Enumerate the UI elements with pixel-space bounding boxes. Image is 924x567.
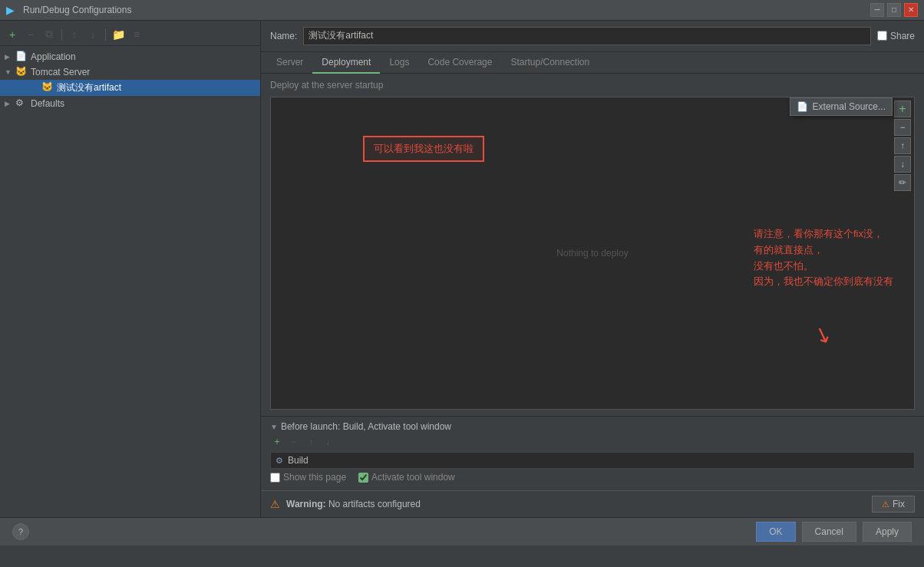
share-row: Share xyxy=(877,31,915,41)
copy-config-button[interactable]: ⧉ xyxy=(41,27,57,42)
name-label: Name: xyxy=(270,31,297,41)
deploy-move-down-button[interactable]: ↓ xyxy=(894,156,911,173)
window-controls: ─ □ ✕ xyxy=(870,3,918,17)
external-source-label: External Source... xyxy=(813,101,886,112)
help-button[interactable]: ? xyxy=(12,523,29,540)
window-icon: ▶ xyxy=(6,4,18,16)
folder-button[interactable]: 📁 xyxy=(111,27,126,42)
build-item: ⚙ Build xyxy=(270,452,915,469)
external-source-popup[interactable]: 📄 External Source... xyxy=(790,97,893,116)
external-source-icon: 📄 xyxy=(797,101,808,112)
sidebar-item-label: 测试没有artifact xyxy=(57,81,121,94)
deployment-area: Deploy at the server startup + − ↑ ↓ ✏ 📄… xyxy=(261,74,924,517)
move-down-button[interactable]: ↓ xyxy=(85,27,101,42)
sort-button[interactable]: ≡ xyxy=(129,27,144,42)
expand-arrow: ▶ xyxy=(5,53,15,61)
application-icon: 📄 xyxy=(15,51,28,63)
deploy-toolbar: + − ↑ ↓ ✏ xyxy=(894,101,911,191)
deploy-move-up-button[interactable]: ↑ xyxy=(894,137,911,154)
name-row: Name: Share xyxy=(261,21,924,52)
activate-window-checkbox-item[interactable]: Activate tool window xyxy=(358,472,455,483)
collapse-arrow-icon: ▼ xyxy=(270,423,278,431)
deploy-label: Deploy at the server startup xyxy=(261,74,924,97)
show-page-label: Show this page xyxy=(283,472,346,483)
maximize-button[interactable]: □ xyxy=(887,3,901,17)
ok-button[interactable]: OK xyxy=(756,522,795,542)
build-icon: ⚙ xyxy=(276,456,283,466)
warning-icon: ⚠ xyxy=(270,498,280,510)
fix-label: Fix xyxy=(893,499,905,509)
minimize-button[interactable]: ─ xyxy=(870,3,884,17)
tabs-bar: Server Deployment Logs Code Coverage Sta… xyxy=(261,52,924,74)
warning-text: Warning: No artifacts configured xyxy=(286,499,866,509)
tab-server[interactable]: Server xyxy=(267,52,312,74)
warning-bold: Warning: xyxy=(286,499,326,509)
bl-move-down-button[interactable]: ↓ xyxy=(321,435,335,449)
toolbar-separator xyxy=(61,28,62,41)
sidebar-item-test-artifact[interactable]: 🐱 测试没有artifact xyxy=(0,80,260,96)
before-launch-toolbar: + − ↑ ↓ xyxy=(270,435,915,449)
add-config-button[interactable]: + xyxy=(5,27,20,42)
sidebar-item-application[interactable]: ▶ 📄 Application xyxy=(0,49,260,64)
activate-window-label: Activate tool window xyxy=(371,472,455,483)
tab-logs[interactable]: Logs xyxy=(380,52,418,74)
tab-startup-connection[interactable]: Startup/Connection xyxy=(501,52,599,74)
sidebar-item-label: Application xyxy=(31,51,76,62)
before-launch-label: Before launch: Build, Activate tool wind… xyxy=(281,421,451,432)
share-checkbox[interactable] xyxy=(877,31,887,41)
window-title: Run/Debug Configurations xyxy=(23,5,870,15)
sidebar-item-label: Defaults xyxy=(31,98,64,109)
bl-add-button[interactable]: + xyxy=(270,435,284,449)
move-up-button[interactable]: ↑ xyxy=(67,27,82,42)
sidebar-item-tomcat[interactable]: ▼ 🐱 Tomcat Server xyxy=(0,64,260,80)
expand-arrow: ▶ xyxy=(5,100,15,107)
cancel-button[interactable]: Cancel xyxy=(802,522,856,542)
apply-button[interactable]: Apply xyxy=(863,522,912,542)
before-launch-section: ▼ Before launch: Build, Activate tool wi… xyxy=(261,416,924,490)
tomcat-icon: 🐱 xyxy=(15,66,28,78)
expand-arrow: ▼ xyxy=(5,68,15,76)
sidebar-toolbar: + − ⧉ ↑ ↓ 📁 ≡ xyxy=(0,24,260,46)
fix-button[interactable]: ⚠ Fix xyxy=(872,496,915,513)
deploy-add-button[interactable]: + xyxy=(894,101,911,117)
sidebar-item-label: Tomcat Server xyxy=(31,67,90,77)
name-input[interactable] xyxy=(303,27,871,45)
show-page-checkbox-item[interactable]: Show this page xyxy=(270,472,346,483)
checkboxes-row: Show this page Activate tool window xyxy=(270,472,915,483)
warning-message: No artifacts configured xyxy=(328,499,421,509)
bl-remove-button[interactable]: − xyxy=(287,435,301,449)
main-container: + − ⧉ ↑ ↓ 📁 ≡ ▶ 📄 Application ▼ 🐱 Tomcat… xyxy=(0,21,924,517)
show-page-checkbox[interactable] xyxy=(270,473,280,483)
activate-window-checkbox[interactable] xyxy=(358,473,368,483)
deploy-remove-button[interactable]: − xyxy=(894,119,911,136)
warning-bar: ⚠ Warning: No artifacts configured ⚠ Fix xyxy=(261,490,924,517)
deploy-empty-text: Nothing to deploy xyxy=(556,248,628,259)
bottom-bar: ? OK Cancel Apply xyxy=(0,517,924,546)
tab-deployment[interactable]: Deployment xyxy=(312,52,380,74)
before-launch-header: ▼ Before launch: Build, Activate tool wi… xyxy=(270,421,915,432)
close-button[interactable]: ✕ xyxy=(904,3,918,17)
share-label: Share xyxy=(890,31,915,41)
deploy-edit-button[interactable]: ✏ xyxy=(894,174,911,191)
deploy-empty-state: Nothing to deploy xyxy=(271,97,914,409)
tab-code-coverage[interactable]: Code Coverage xyxy=(418,52,501,74)
defaults-icon: ⚙ xyxy=(15,97,28,110)
fix-icon: ⚠ xyxy=(882,499,889,509)
remove-config-button[interactable]: − xyxy=(23,27,38,42)
title-bar: ▶ Run/Debug Configurations ─ □ ✕ xyxy=(0,0,924,21)
sidebar-item-defaults[interactable]: ▶ ⚙ Defaults xyxy=(0,96,260,111)
sidebar: + − ⧉ ↑ ↓ 📁 ≡ ▶ 📄 Application ▼ 🐱 Tomcat… xyxy=(0,21,261,517)
build-label: Build xyxy=(288,455,309,466)
toolbar-separator-2 xyxy=(105,28,106,41)
artifact-icon: 🐱 xyxy=(41,81,54,94)
content-area: Name: Share Server Deployment Logs Code … xyxy=(261,21,924,517)
bl-move-up-button[interactable]: ↑ xyxy=(304,435,318,449)
